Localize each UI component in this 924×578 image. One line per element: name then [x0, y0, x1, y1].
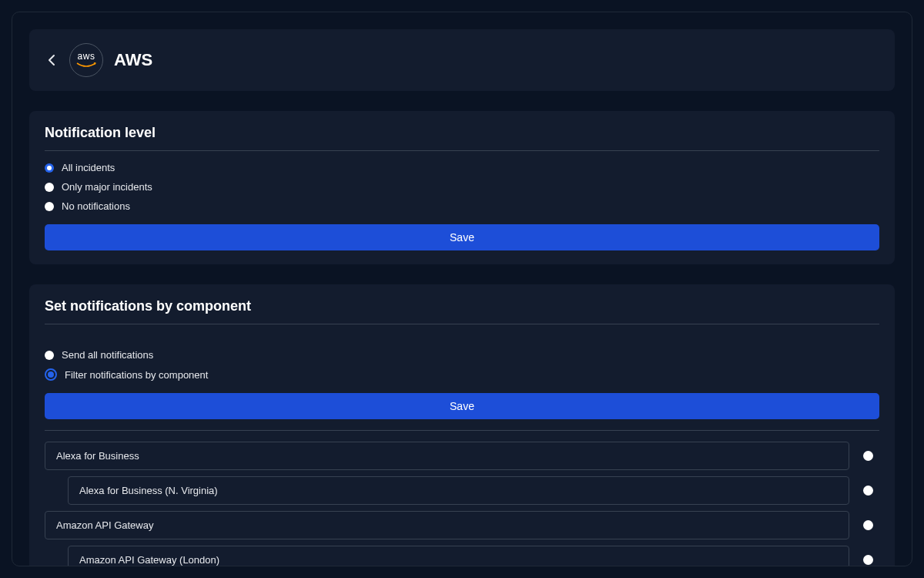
component-row-api-gateway: Amazon API Gateway	[45, 511, 879, 539]
aws-logo: aws	[69, 43, 103, 77]
component-toggle[interactable]	[863, 486, 873, 496]
radio-filter-by-component[interactable]: Filter notifications by component	[45, 368, 879, 381]
app-frame: aws AWS Notification level All incidents…	[12, 12, 912, 566]
component-label[interactable]: Amazon API Gateway	[45, 511, 849, 539]
radio-label: Send all notifications	[62, 349, 153, 361]
notification-level-card: Notification level All incidents Only ma…	[29, 111, 895, 264]
component-label[interactable]: Alexa for Business	[45, 442, 849, 470]
radio-all-incidents[interactable]: All incidents	[45, 162, 879, 173]
radio-icon	[45, 368, 57, 381]
component-list: Alexa for Business Alexa for Business (N…	[45, 442, 879, 566]
radio-only-major[interactable]: Only major incidents	[45, 181, 879, 193]
aws-logo-text: aws	[78, 52, 95, 61]
component-toggle[interactable]	[863, 520, 873, 530]
radio-label: Only major incidents	[62, 181, 152, 193]
back-button[interactable]	[45, 53, 59, 67]
component-row-api-gateway-london: Amazon API Gateway (London)	[45, 546, 879, 566]
radio-no-notifications[interactable]: No notifications	[45, 200, 879, 212]
save-button[interactable]: Save	[45, 393, 879, 419]
component-toggle[interactable]	[863, 451, 873, 461]
component-row-alexa-nvirginia: Alexa for Business (N. Virginia)	[45, 476, 879, 505]
radio-icon	[45, 183, 54, 192]
component-label[interactable]: Alexa for Business (N. Virginia)	[68, 476, 849, 505]
radio-icon	[45, 351, 54, 360]
by-component-title: Set notifications by component	[45, 298, 879, 324]
aws-smile-icon	[76, 62, 96, 69]
notification-level-title: Notification level	[45, 125, 879, 151]
page-header: aws AWS	[29, 29, 895, 91]
notification-level-radio-group: All incidents Only major incidents No no…	[45, 162, 879, 212]
radio-label: Filter notifications by component	[65, 369, 208, 381]
radio-icon	[45, 202, 54, 211]
component-row-alexa-for-business: Alexa for Business	[45, 442, 879, 470]
divider	[45, 430, 879, 431]
component-toggle[interactable]	[863, 555, 873, 565]
radio-label: No notifications	[62, 200, 130, 212]
save-button[interactable]: Save	[45, 224, 879, 250]
radio-icon	[45, 163, 54, 173]
by-component-radio-group: Send all notifications Filter notificati…	[45, 349, 879, 381]
by-component-card: Set notifications by component Send all …	[29, 284, 895, 566]
radio-label: All incidents	[62, 162, 115, 173]
radio-send-all[interactable]: Send all notifications	[45, 349, 879, 361]
component-label[interactable]: Amazon API Gateway (London)	[68, 546, 849, 566]
page-title: AWS	[114, 50, 152, 70]
chevron-left-icon	[48, 54, 55, 66]
